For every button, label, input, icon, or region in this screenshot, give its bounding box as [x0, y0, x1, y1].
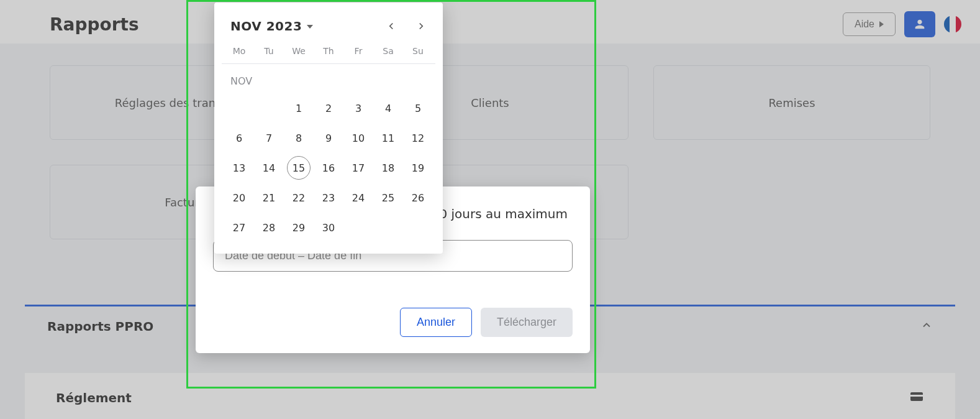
- day-number: 9: [325, 132, 332, 144]
- day-number: 10: [352, 132, 365, 144]
- day-number: 7: [266, 132, 272, 144]
- chevron-right-icon: [415, 21, 427, 32]
- day-number: 13: [233, 162, 245, 174]
- day-number: 30: [322, 222, 335, 234]
- calendar-day[interactable]: 13: [224, 155, 254, 180]
- dialog-actions: Annuler Télécharger: [213, 308, 573, 337]
- day-number: 1: [296, 103, 302, 114]
- day-number: 23: [322, 192, 335, 204]
- day-number: 24: [352, 192, 365, 204]
- day-number: 3: [355, 103, 361, 114]
- day-number: 16: [322, 162, 335, 174]
- weekday: Sa: [373, 46, 403, 56]
- calendar-day[interactable]: 26: [403, 185, 433, 210]
- calendar-grid: 1234567891011121314151617181920212223242…: [222, 91, 435, 246]
- day-number: 17: [352, 162, 365, 174]
- download-button: Télécharger: [481, 308, 573, 337]
- datepicker-header: NOV 2023: [222, 14, 435, 46]
- weekday: Mo: [224, 46, 254, 56]
- calendar-day[interactable]: 5: [403, 96, 433, 121]
- calendar-day[interactable]: 3: [343, 96, 373, 121]
- weekday: We: [284, 46, 314, 56]
- day-number: 18: [382, 162, 394, 174]
- calendar-day[interactable]: 18: [373, 155, 403, 180]
- calendar-day[interactable]: 2: [314, 96, 343, 121]
- day-number: 20: [233, 192, 245, 204]
- weekday: Su: [403, 46, 433, 56]
- calendar-day[interactable]: 7: [254, 126, 284, 150]
- calendar-day[interactable]: 17: [343, 155, 373, 180]
- weekday: Th: [314, 46, 343, 56]
- calendar-day[interactable]: 1: [284, 96, 314, 121]
- calendar-day[interactable]: 20: [224, 185, 254, 210]
- next-month-button[interactable]: [414, 19, 428, 33]
- datepicker-nav: [384, 19, 428, 33]
- day-number: 28: [263, 222, 275, 234]
- day-number: 14: [263, 162, 275, 174]
- day-number: 12: [412, 132, 424, 144]
- day-number: 6: [236, 132, 242, 144]
- day-number: 8: [296, 132, 302, 144]
- chevron-left-icon: [386, 21, 397, 32]
- weekday: Fr: [343, 46, 373, 56]
- dropdown-icon: [307, 25, 313, 29]
- calendar-day[interactable]: 8: [284, 126, 314, 150]
- day-number: 11: [382, 132, 394, 144]
- calendar-day[interactable]: 19: [403, 155, 433, 180]
- day-number: 26: [412, 192, 424, 204]
- month-year-button[interactable]: NOV 2023: [230, 19, 313, 34]
- weekday: Tu: [254, 46, 284, 56]
- calendar-day[interactable]: 6: [224, 126, 254, 150]
- prev-month-button[interactable]: [384, 19, 398, 33]
- calendar-day[interactable]: 23: [314, 185, 343, 210]
- calendar-cell-empty: [403, 215, 433, 240]
- calendar-cell-empty: [254, 96, 284, 121]
- calendar-cell-empty: [343, 215, 373, 240]
- calendar-day[interactable]: 30: [314, 215, 343, 240]
- calendar-day[interactable]: 25: [373, 185, 403, 210]
- calendar-day[interactable]: 24: [343, 185, 373, 210]
- cancel-button[interactable]: Annuler: [400, 308, 472, 337]
- calendar-cell-empty: [373, 215, 403, 240]
- calendar-day[interactable]: 22: [284, 185, 314, 210]
- calendar-day[interactable]: 16: [314, 155, 343, 180]
- day-number: 22: [293, 192, 305, 204]
- calendar-day[interactable]: 11: [373, 126, 403, 150]
- calendar-day[interactable]: 28: [254, 215, 284, 240]
- calendar-day[interactable]: 27: [224, 215, 254, 240]
- calendar-day[interactable]: 9: [314, 126, 343, 150]
- calendar-day[interactable]: 4: [373, 96, 403, 121]
- calendar-cell-empty: [224, 96, 254, 121]
- day-number: 25: [382, 192, 394, 204]
- month-year-label: NOV 2023: [230, 19, 302, 34]
- calendar-day[interactable]: 15: [284, 155, 314, 180]
- day-number: 15: [287, 156, 311, 180]
- calendar-day[interactable]: 12: [403, 126, 433, 150]
- day-number: 21: [263, 192, 275, 204]
- weekday-row: Mo Tu We Th Fr Sa Su: [222, 46, 435, 64]
- month-label: NOV: [222, 64, 435, 91]
- datepicker-popup: NOV 2023 Mo Tu We Th Fr Sa Su NOV 123456…: [214, 2, 443, 254]
- calendar-day[interactable]: 10: [343, 126, 373, 150]
- day-number: 27: [233, 222, 245, 234]
- day-number: 4: [385, 103, 391, 114]
- day-number: 19: [412, 162, 424, 174]
- day-number: 2: [325, 103, 332, 114]
- calendar-day[interactable]: 21: [254, 185, 284, 210]
- calendar-day[interactable]: 29: [284, 215, 314, 240]
- day-number: 29: [293, 222, 305, 234]
- day-number: 5: [415, 103, 421, 114]
- calendar-day[interactable]: 14: [254, 155, 284, 180]
